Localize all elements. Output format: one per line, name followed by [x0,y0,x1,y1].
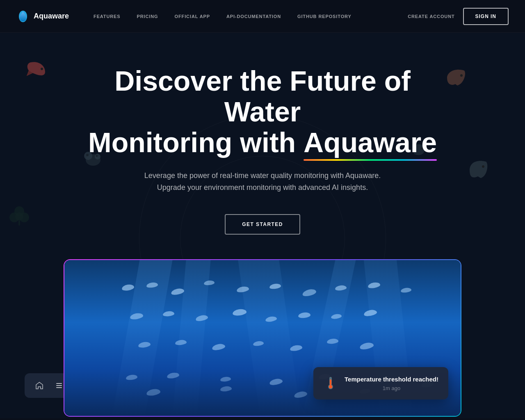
svg-point-13 [19,212,29,222]
hero-title-part1: Discover the Future of Water [114,65,411,127]
brand-name: Aquaware [34,12,69,21]
notification-time: 1m ago [345,385,438,391]
navbar: Aquaware FEATURES PRICING OFFICIAL APP A… [0,0,525,33]
svg-point-3 [460,74,463,77]
get-started-button[interactable]: GET STARTED [225,214,300,235]
svg-rect-18 [330,379,331,385]
logo[interactable]: Aquaware [16,10,69,23]
svg-point-2 [41,68,43,70]
svg-point-12 [9,212,19,222]
toolbar-home-icon[interactable] [31,377,48,394]
svg-rect-22 [56,387,62,388]
preview-wrapper: + + + + [64,259,461,417]
notification-title: Temperature threshold reached! [345,375,438,383]
svg-point-19 [329,385,332,388]
preview-image: Temperature threshold reached! 1m ago [64,260,461,416]
notification-card: Temperature threshold reached! 1m ago [313,367,448,399]
hero-subtitle-line1: Leverage the power of real-time water qu… [144,171,381,180]
nav-features[interactable]: FEATURES [94,14,121,19]
corner-plus-bl: + [64,411,64,417]
create-account-link[interactable]: CREATE ACCOUNT [408,14,454,19]
thermometer-icon [323,375,338,390]
svg-point-10 [482,165,484,168]
nav-official-app[interactable]: OFFICIAL APP [175,14,210,19]
hero-subtitle-line2: Upgrade your environment monitoring with… [157,183,368,192]
nav-actions: CREATE ACCOUNT SIGN IN [408,8,509,25]
hero-brand-name: Aquaware [304,127,437,158]
nav-api-docs[interactable]: API-DOCUMENTATION [226,14,281,19]
svg-point-11 [14,206,24,216]
sign-in-button[interactable]: SIGN IN [463,8,509,25]
svg-rect-21 [56,385,62,386]
logo-icon [16,10,30,23]
fish-decor-top-left [25,57,53,86]
hero-subtitle: Leverage the power of real-time water qu… [127,170,398,194]
nav-links: FEATURES PRICING OFFICIAL APP API-DOCUME… [94,14,408,19]
nav-pricing[interactable]: PRICING [137,14,158,19]
notification-content: Temperature threshold reached! 1m ago [345,375,438,391]
clover-decor [8,205,31,228]
svg-point-14 [15,212,23,221]
nav-github[interactable]: GITHUB REPOSITORY [297,14,352,19]
hero-title-part2: Monitoring with [88,127,304,158]
svg-rect-20 [56,383,62,384]
fish-decor-far-right [463,156,492,185]
preview-card: + + + + [64,259,461,417]
corner-plus-tl: + [64,259,64,265]
corner-plus-tr: + [461,259,461,265]
svg-rect-15 [18,221,20,226]
hero-section: Discover the Future of Water Monitoring … [0,33,525,418]
hero-title: Discover the Future of Water Monitoring … [78,66,447,158]
corner-plus-br: + [461,411,461,417]
